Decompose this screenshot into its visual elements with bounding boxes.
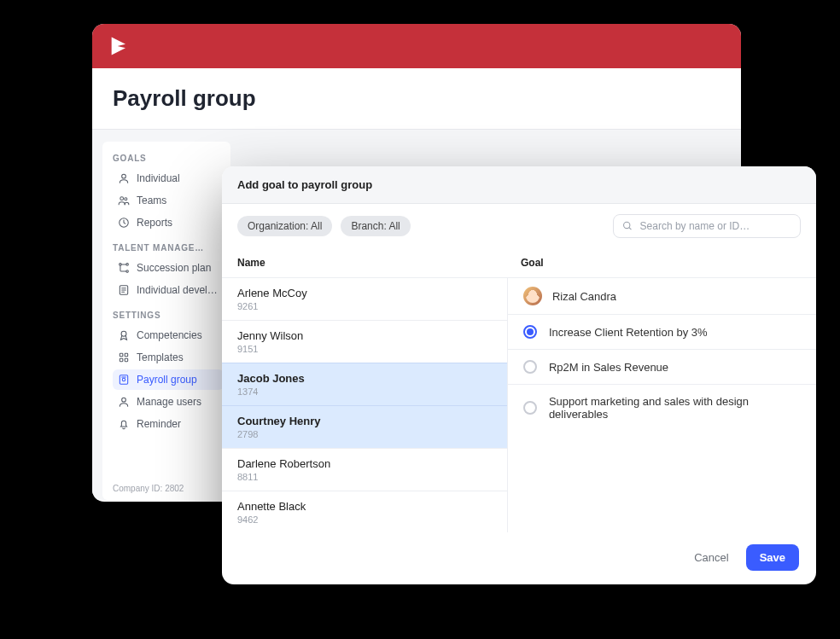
person-name: Jenny Wilson (237, 329, 492, 342)
svg-rect-12 (125, 358, 128, 362)
svg-point-0 (122, 174, 126, 178)
cancel-button[interactable]: Cancel (694, 551, 728, 564)
person-id: 2798 (237, 429, 492, 439)
sidebar-item-teams[interactable]: Teams (113, 190, 224, 211)
svg-rect-13 (120, 375, 127, 385)
sidebar-section-label: GOALS (113, 154, 224, 163)
user-icon (118, 172, 130, 184)
sidebar-item-label: Reminder (137, 418, 181, 430)
sidebar-item-reports[interactable]: Reports (113, 212, 224, 233)
sidebar-item-label: Payroll group (137, 374, 197, 386)
company-id: Company ID: 2802 (113, 468, 224, 493)
save-button[interactable]: Save (746, 544, 799, 571)
sidebar-item-label: Reports (137, 217, 172, 229)
person-id: 9151 (237, 344, 492, 354)
goal-option[interactable]: Increase Client Retention by 3% (508, 314, 816, 349)
person-name: Courtney Henry (237, 415, 492, 427)
person-row[interactable]: Courtney Henry2798 (222, 405, 507, 448)
svg-point-16 (624, 222, 630, 228)
avatar (523, 287, 542, 305)
search-input[interactable] (640, 220, 791, 232)
column-headers: Name Goal (222, 248, 816, 277)
sidebar-section-label: SETTINGS (113, 311, 224, 320)
bell-icon (118, 418, 130, 430)
logo-icon (108, 34, 131, 58)
note-icon (118, 284, 130, 296)
column-name-header: Name (237, 257, 517, 269)
dialog-title: Add goal to payroll group (222, 166, 816, 204)
app-header (92, 24, 741, 68)
page-title-bar: Payroll group (92, 68, 741, 130)
person-row[interactable]: Darlene Robertson8811 (222, 448, 507, 491)
person-name: Darlene Robertson (237, 457, 492, 470)
goal-panel: Rizal Candra Increase Client Retention b… (508, 277, 816, 532)
filter-bar: Organization: All Branch: All (222, 204, 816, 248)
person-id: 1374 (237, 386, 492, 397)
person-row[interactable]: Arlene McCoy9261 (222, 277, 507, 320)
sidebar-item-reminder[interactable]: Reminder (113, 414, 224, 434)
sidebar-item-succession-plan[interactable]: Succession plan (113, 258, 224, 278)
person-name: Jacob Jones (237, 372, 492, 385)
sidebar-item-label: Teams (137, 195, 166, 206)
svg-point-15 (122, 398, 126, 402)
person-name: Annette Black (237, 500, 492, 513)
sidebar-item-payroll-group[interactable]: Payroll group (113, 369, 224, 390)
grid-icon (118, 351, 130, 363)
radio-icon (523, 360, 537, 374)
goal-owner-name: Rizal Candra (552, 290, 616, 303)
person-row[interactable]: Annette Black9462 (222, 491, 507, 532)
sidebar-item-label: Succession plan (137, 262, 211, 274)
sidebar-item-label: Individual develop… (137, 284, 219, 296)
svg-point-1 (120, 197, 124, 200)
dialog-footer: Cancel Save (222, 532, 816, 584)
svg-rect-10 (125, 353, 128, 357)
column-goal-header: Goal (517, 257, 801, 269)
person-id: 9261 (237, 301, 492, 311)
svg-point-2 (125, 198, 127, 200)
radio-icon (523, 325, 537, 339)
search-box[interactable] (613, 214, 801, 238)
person-id: 9462 (237, 514, 492, 525)
sidebar: GOALSIndividualTeamsReportsTALENT MANAGE… (102, 142, 230, 500)
sidebar-item-templates[interactable]: Templates (113, 347, 224, 368)
sidebar-item-manage-users[interactable]: Manage users (113, 392, 224, 412)
user2-icon (118, 396, 130, 408)
sidebar-item-competencies[interactable]: Competencies (113, 325, 224, 346)
person-id: 8811 (237, 472, 492, 482)
goal-owner-row: Rizal Candra (508, 277, 816, 314)
svg-point-14 (122, 378, 125, 381)
sidebar-item-label: Competencies (137, 329, 202, 341)
goal-option[interactable]: Support marketing and sales with design … (508, 384, 816, 431)
add-goal-dialog: Add goal to payroll group Organization: … (222, 166, 816, 584)
svg-rect-9 (120, 353, 123, 357)
goal-label: Support marketing and sales with design … (549, 395, 801, 421)
person-row[interactable]: Jacob Jones1374 (222, 363, 507, 405)
person-name: Arlene McCoy (237, 287, 492, 299)
sidebar-item-label: Individual (137, 172, 180, 184)
clock-icon (118, 217, 130, 229)
sidebar-item-label: Manage users (137, 396, 201, 408)
goal-label: Rp2M in Sales Revenue (549, 361, 668, 374)
filter-organization[interactable]: Organization: All (237, 216, 332, 236)
badge-icon (118, 329, 130, 341)
sidebar-item-individual-develop[interactable]: Individual develop… (113, 280, 224, 300)
users-icon (118, 195, 130, 206)
goal-option[interactable]: Rp2M in Sales Revenue (508, 349, 816, 384)
person-row[interactable]: Jenny Wilson9151 (222, 320, 507, 363)
path-icon (118, 262, 130, 274)
payroll-icon (118, 374, 130, 386)
people-list: Arlene McCoy9261Jenny Wilson9151Jacob Jo… (222, 277, 508, 532)
sidebar-section-label: TALENT MANAGE… (113, 243, 224, 253)
sidebar-item-individual[interactable]: Individual (113, 168, 224, 189)
filter-branch[interactable]: Branch: All (341, 216, 410, 236)
svg-rect-11 (120, 358, 123, 362)
page-title: Payroll group (113, 85, 720, 112)
svg-line-17 (629, 228, 632, 230)
sidebar-item-label: Templates (137, 351, 184, 363)
goal-label: Increase Client Retention by 3% (549, 326, 708, 339)
search-icon (622, 220, 633, 232)
radio-icon (523, 401, 537, 415)
